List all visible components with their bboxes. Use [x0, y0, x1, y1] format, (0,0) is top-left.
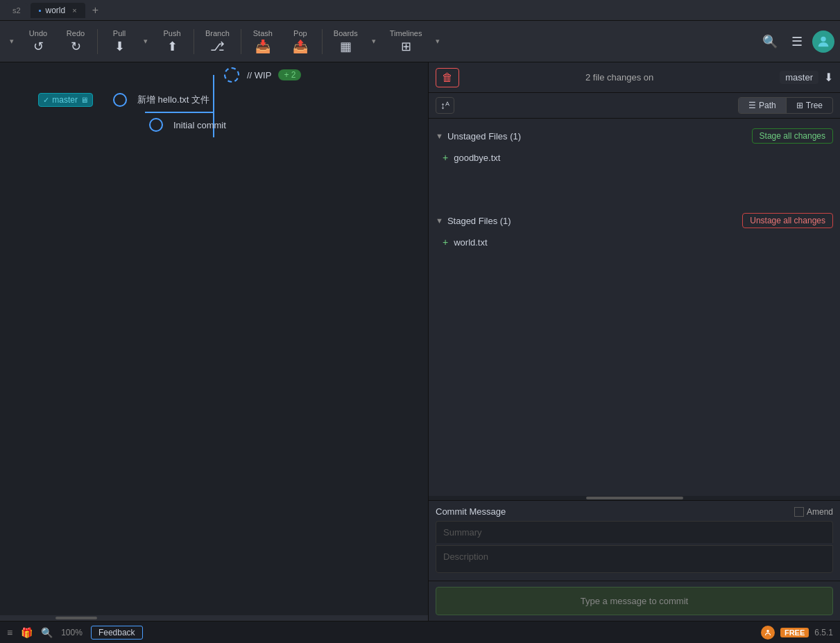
commit-message-section: Commit Message Amend	[429, 500, 840, 581]
commit-row-2[interactable]: Initial commit	[0, 112, 428, 137]
sep3	[241, 29, 241, 54]
stage-all-button[interactable]: Stage all changes	[752, 128, 833, 144]
discard-all-button[interactable]: 🗑	[436, 68, 459, 87]
tab-close-button[interactable]: ×	[72, 6, 76, 15]
summary-input[interactable]	[436, 521, 833, 543]
commit-row-1[interactable]: ✓ master 🖥 新增 hello.txt 文件	[0, 87, 428, 112]
boards-icon: ▦	[340, 39, 352, 54]
amend-checkbox[interactable]	[794, 507, 804, 517]
chevron-down-icon: ▼	[436, 132, 443, 140]
branch-label: ✓ master 🖥	[38, 93, 93, 107]
file-changes-panel: 🗑 2 file changes on master ⬇ ↕ᴬ ☰ Path ⊞…	[429, 62, 840, 621]
amend-area: Amend	[794, 507, 833, 517]
chevron-down-icon-2: ▼	[436, 216, 443, 225]
sep4	[322, 29, 323, 54]
redo-label: Redo	[67, 29, 85, 37]
commit-msg-2: Initial commit	[173, 120, 421, 130]
tab-label: world	[46, 6, 66, 15]
staged-title: Staged Files (1)	[447, 216, 738, 226]
free-badge: FREE	[780, 628, 809, 637]
description-input[interactable]	[436, 545, 833, 573]
pop-button[interactable]: Pop 📤	[283, 26, 318, 57]
pop-icon: 📤	[293, 39, 308, 54]
unstage-all-button[interactable]: Unstage all changes	[742, 213, 833, 228]
path-label: Path	[759, 101, 776, 110]
branch-label: Branch	[205, 29, 230, 37]
download-button[interactable]: ⬇	[824, 71, 833, 84]
push-icon: ⬆	[167, 39, 178, 54]
push-button[interactable]: Push ⬆	[155, 26, 189, 57]
staged-filename: world.txt	[454, 237, 487, 248]
avatar[interactable]	[812, 31, 834, 53]
pull-dropdown[interactable]: ▾	[139, 34, 152, 49]
sep1	[97, 29, 98, 54]
unstaged-section-header[interactable]: ▼ Unstaged Files (1) Stage all changes	[429, 124, 840, 148]
version-label: 6.5.1	[814, 628, 833, 637]
wip-label: // WIP	[247, 70, 271, 80]
svg-point-0	[821, 36, 825, 41]
tree-icon: ⊞	[796, 101, 803, 110]
boards-dropdown[interactable]: ▾	[368, 34, 380, 49]
staged-section-header[interactable]: ▼ Staged Files (1) Unstage all changes	[429, 209, 840, 232]
svg-point-4	[114, 94, 126, 106]
timelines-dropdown[interactable]: ▾	[431, 34, 444, 49]
graph-empty-space	[0, 137, 428, 615]
undo-button[interactable]: Undo ↺	[21, 26, 55, 57]
unstaged-spacer	[429, 167, 840, 209]
staged-file-item[interactable]: + world.txt	[429, 232, 840, 252]
zoom-level: 100%	[61, 628, 83, 637]
commit-msg-1: 新增 hello.txt 文件	[137, 94, 421, 106]
boards-label: Boards	[334, 29, 358, 37]
add-icon-2: +	[443, 237, 448, 248]
horizontal-scrollbar[interactable]	[0, 615, 428, 621]
pull-button[interactable]: Pull ⬇	[102, 26, 137, 57]
stash-button[interactable]: Stash 📥	[246, 26, 280, 57]
commit-button[interactable]: Type a message to commit	[436, 587, 833, 615]
boards-button[interactable]: Boards ▦	[327, 26, 365, 57]
status-bar-right: FREE 6.5.1	[761, 626, 833, 640]
tree-view-button[interactable]: ⊞ Tree	[787, 98, 832, 113]
branch-button[interactable]: Branch ⎇	[198, 26, 237, 57]
wip-badge: + 2	[278, 69, 301, 80]
amend-label: Amend	[807, 507, 833, 517]
unstaged-filename: goodbye.txt	[454, 153, 500, 163]
scrollbar-thumb[interactable]	[55, 617, 97, 619]
gift-icon[interactable]: 🎁	[21, 627, 33, 638]
check-icon: ✓	[43, 96, 49, 105]
search-button[interactable]: 🔍	[758, 31, 782, 52]
add-icon: +	[443, 152, 448, 163]
path-icon: ☰	[748, 101, 756, 110]
branch-name: master	[52, 95, 78, 105]
sep2	[194, 29, 194, 54]
git-graph-panel: // WIP + 2 ✓ master 🖥 新增 hello.txt 文件	[0, 62, 429, 621]
list-icon[interactable]: ≡	[7, 627, 12, 638]
commit-node-1	[112, 92, 128, 108]
commit-node-2	[148, 117, 164, 132]
dropdown-arrow[interactable]: ▾	[6, 34, 18, 49]
prev-tab[interactable]: s2	[6, 3, 28, 17]
feedback-button[interactable]: Feedback	[91, 626, 143, 640]
timelines-button[interactable]: Timelines ⊞	[383, 26, 429, 57]
toolbar-right: 🔍 ☰	[758, 31, 834, 53]
monitor-icon: 🖥	[80, 96, 88, 104]
commit-message-label: Commit Message	[436, 506, 794, 517]
sort-button[interactable]: ↕ᴬ	[436, 97, 454, 114]
unstaged-title: Unstaged Files (1)	[447, 131, 748, 142]
unstaged-file-item[interactable]: + goodbye.txt	[429, 148, 840, 167]
add-tab-button[interactable]: +	[88, 4, 103, 17]
staged-spacer	[429, 252, 840, 293]
stash-label: Stash	[253, 29, 273, 37]
wip-row[interactable]: // WIP + 2	[0, 62, 428, 87]
undo-icon: ↺	[33, 39, 44, 54]
gitkraken-logo	[761, 626, 775, 640]
title-bar: s2 ▪ world × +	[0, 0, 840, 21]
redo-button[interactable]: Redo ↻	[58, 26, 93, 57]
wip-dot	[222, 67, 241, 83]
path-view-button[interactable]: ☰ Path	[739, 98, 787, 113]
push-label: Push	[163, 29, 180, 37]
pull-label: Pull	[113, 29, 126, 37]
pull-icon: ⬇	[114, 39, 125, 54]
current-tab[interactable]: ▪ world ×	[31, 3, 85, 18]
view-toggle: ☰ Path ⊞ Tree	[738, 97, 833, 114]
menu-button[interactable]: ☰	[787, 31, 807, 52]
